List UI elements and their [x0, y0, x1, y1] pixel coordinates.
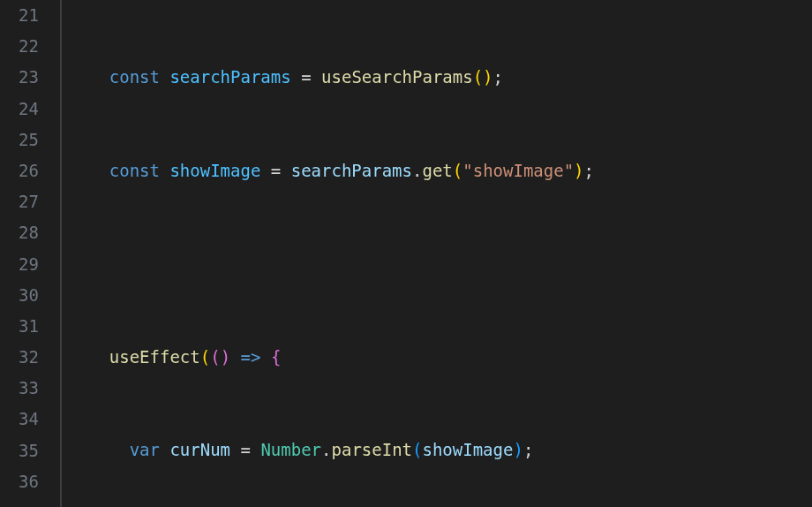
code-line[interactable]: var curNum = Number.parseInt(showImage); [69, 435, 812, 465]
line-number: 36 [0, 466, 39, 497]
line-number: 23 [0, 62, 39, 93]
code-line[interactable] [69, 248, 812, 279]
line-number: 21 [0, 0, 39, 31]
line-number: 29 [0, 249, 39, 280]
code-editor[interactable]: 21 22 23 24 25 26 27 28 29 30 31 32 33 3… [0, 0, 812, 507]
code-line[interactable]: useEffect(() => { [69, 342, 812, 373]
line-number: 27 [0, 186, 39, 217]
line-number: 22 [0, 31, 39, 62]
code-line[interactable]: const showImage = searchParams.get("show… [69, 155, 812, 186]
line-number: 34 [0, 404, 39, 435]
line-number: 35 [0, 435, 39, 466]
line-number: 33 [0, 373, 39, 404]
line-number: 26 [0, 155, 39, 186]
line-number: 24 [0, 94, 39, 125]
line-number: 28 [0, 217, 39, 248]
code-line[interactable]: const searchParams = useSearchParams(); [69, 62, 812, 93]
line-number-gutter: 21 22 23 24 25 26 27 28 29 30 31 32 33 3… [0, 0, 60, 507]
line-number: 32 [0, 342, 39, 373]
line-number: 31 [0, 311, 39, 342]
code-area[interactable]: const searchParams = useSearchParams(); … [62, 0, 812, 507]
line-number: 25 [0, 125, 39, 155]
line-number: 30 [0, 280, 39, 311]
